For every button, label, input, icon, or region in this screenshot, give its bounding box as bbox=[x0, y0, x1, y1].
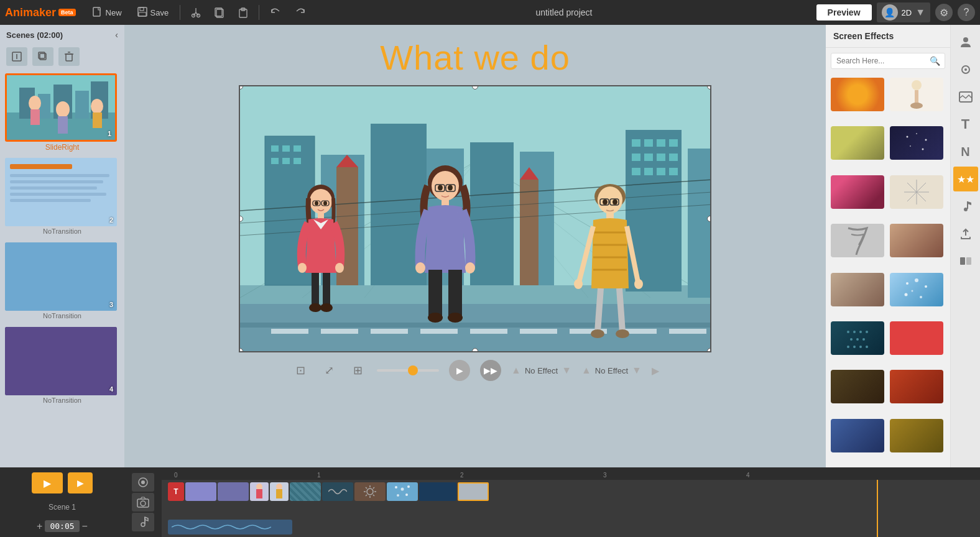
svg-point-106 bbox=[309, 303, 321, 312]
effect-thumb-4[interactable] bbox=[890, 126, 943, 160]
duplicate-scene-button[interactable] bbox=[32, 47, 53, 66]
effect2-up-arrow[interactable]: ▲ bbox=[581, 365, 591, 376]
effect-thumb-14[interactable] bbox=[890, 370, 943, 403]
copy-button[interactable] bbox=[209, 4, 230, 21]
effects-search-input[interactable] bbox=[836, 57, 930, 65]
selection-handle-bm[interactable] bbox=[472, 348, 478, 352]
upload-button[interactable] bbox=[953, 221, 978, 246]
effect2-right-arrow[interactable]: ▶ bbox=[652, 365, 659, 377]
camera-tool-button[interactable] bbox=[132, 493, 154, 512]
effect-thumb-1[interactable] bbox=[831, 78, 884, 111]
effects-button[interactable]: ★★ bbox=[953, 167, 978, 191]
music-tool-button[interactable] bbox=[132, 513, 154, 531]
delete-scene-button[interactable] bbox=[58, 47, 80, 66]
svg-point-164 bbox=[850, 338, 853, 341]
zoom-slider[interactable] bbox=[377, 369, 439, 372]
effect-thumb-8[interactable] bbox=[890, 224, 943, 257]
clip-bg1[interactable] bbox=[185, 482, 216, 501]
new-button[interactable]: New bbox=[86, 4, 128, 21]
effect-thumb-12[interactable] bbox=[890, 321, 943, 355]
undo-button[interactable] bbox=[264, 4, 287, 21]
scene-item-3[interactable]: 3 NoTransition bbox=[5, 242, 119, 322]
characters-button[interactable] bbox=[953, 30, 978, 55]
effect-thumb-11[interactable] bbox=[831, 321, 884, 355]
svg-point-124 bbox=[603, 200, 608, 205]
effect1-up-arrow[interactable]: ▲ bbox=[511, 365, 521, 376]
grid-button[interactable]: ⊞ bbox=[348, 361, 367, 380]
clip-char1[interactable] bbox=[250, 482, 269, 501]
effect-thumb-10[interactable] bbox=[890, 273, 943, 306]
cut-button[interactable] bbox=[185, 4, 206, 21]
svg-rect-80 bbox=[669, 154, 678, 161]
preview-button[interactable]: Preview bbox=[816, 4, 872, 21]
clip-fx1[interactable] bbox=[290, 482, 321, 501]
fit-view-button[interactable]: ⊡ bbox=[291, 361, 310, 380]
selection-handle-mr[interactable] bbox=[707, 216, 711, 222]
effect-thumb-13[interactable] bbox=[831, 370, 884, 403]
effect1-selector[interactable]: ▲ No Effect ▼ bbox=[511, 365, 571, 376]
effect-thumb-7[interactable] bbox=[831, 224, 884, 257]
effect1-down-arrow[interactable]: ▼ bbox=[562, 365, 571, 376]
play-next-button[interactable]: ▶▶ bbox=[480, 360, 501, 381]
text-button[interactable]: T bbox=[953, 112, 978, 137]
clip-dark2[interactable] bbox=[419, 482, 456, 501]
selection-handle-tr[interactable] bbox=[707, 85, 711, 90]
music-button[interactable] bbox=[953, 194, 978, 219]
effect2-selector[interactable]: ▲ No Effect ▼ bbox=[581, 365, 642, 376]
clip-gear[interactable] bbox=[354, 482, 386, 501]
scene4-transition: NoTransition bbox=[5, 395, 119, 406]
timeline-playhead[interactable] bbox=[877, 480, 878, 537]
play-button[interactable]: ▶ bbox=[449, 360, 470, 381]
effect-thumb-6[interactable] bbox=[890, 175, 943, 209]
effect-thumb-15[interactable] bbox=[831, 419, 884, 452]
canvas-frame[interactable]: ⊞ 🗑 △ ⇌ bbox=[239, 85, 711, 352]
svg-point-157 bbox=[905, 293, 908, 296]
scene-thumb-1[interactable]: 1 bbox=[5, 73, 117, 142]
play-scene-button[interactable]: ▶ bbox=[68, 472, 93, 493]
logo: Animaker Beta bbox=[5, 6, 76, 19]
effect-thumb-5[interactable] bbox=[831, 175, 884, 209]
scenes-collapse-button[interactable]: ‹ bbox=[115, 30, 118, 40]
backgrounds-button[interactable] bbox=[953, 85, 978, 109]
paste-button[interactable] bbox=[233, 4, 254, 21]
add-time-button[interactable]: + bbox=[37, 521, 42, 532]
help-icon[interactable]: ? bbox=[958, 4, 975, 21]
animation-tool-button[interactable] bbox=[132, 473, 154, 492]
clip-bg2[interactable] bbox=[218, 482, 249, 501]
scene-item-1[interactable]: 1 SlideRight bbox=[5, 73, 119, 153]
effect-thumb-3[interactable] bbox=[831, 126, 884, 160]
svg-rect-36 bbox=[10, 180, 103, 183]
svg-point-29 bbox=[56, 101, 70, 117]
effect-thumb-16[interactable] bbox=[890, 419, 943, 452]
clip-dark[interactable] bbox=[322, 482, 353, 501]
clip-selected[interactable] bbox=[458, 482, 489, 501]
scene-thumb-3[interactable]: 3 bbox=[5, 242, 117, 311]
effect-thumb-2[interactable] bbox=[890, 78, 943, 111]
props-button[interactable] bbox=[953, 57, 978, 82]
effect-thumb-9[interactable] bbox=[831, 273, 884, 306]
save-button[interactable]: Save bbox=[131, 4, 175, 21]
fullscreen-button[interactable]: ⤢ bbox=[320, 361, 338, 380]
add-scene-button[interactable] bbox=[6, 47, 27, 66]
effect2-down-arrow[interactable]: ▼ bbox=[632, 365, 642, 376]
redo-button[interactable] bbox=[289, 4, 312, 21]
scene-item-2[interactable]: 2 NoTransition bbox=[5, 158, 119, 237]
effects-search-box[interactable]: 🔍 bbox=[831, 53, 945, 69]
svg-point-102 bbox=[298, 263, 307, 273]
transition-button[interactable] bbox=[953, 249, 978, 273]
audio-track[interactable] bbox=[168, 520, 292, 535]
numbers-button[interactable]: N bbox=[953, 139, 978, 164]
settings-icon[interactable]: ⚙ bbox=[935, 4, 953, 21]
scene-thumb-2[interactable]: 2 bbox=[5, 158, 117, 226]
clip-text[interactable]: T bbox=[168, 482, 184, 501]
clip-snow[interactable] bbox=[387, 482, 418, 501]
clip-char2[interactable] bbox=[270, 482, 289, 501]
selection-handle-bl[interactable] bbox=[239, 348, 243, 352]
selection-handle-br[interactable] bbox=[707, 348, 711, 352]
scene-thumb-4[interactable]: 4 bbox=[5, 327, 117, 395]
scene-item-4[interactable]: 4 NoTransition bbox=[5, 327, 119, 406]
play-all-button[interactable]: ▶ bbox=[32, 472, 63, 493]
mode-selector[interactable]: 👤 2D ▼ bbox=[877, 2, 930, 22]
music-tool-icon bbox=[136, 515, 150, 529]
minus-time-button[interactable]: − bbox=[82, 521, 88, 532]
